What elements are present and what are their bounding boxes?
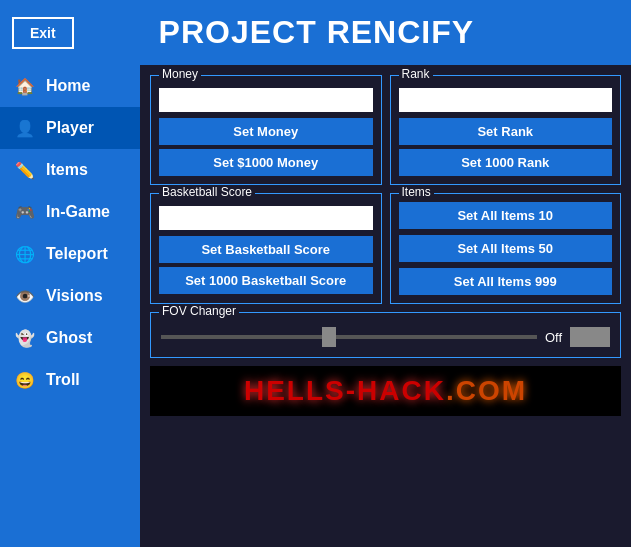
set-1000-rank-button[interactable]: Set 1000 Rank: [399, 149, 613, 176]
sidebar-item-items[interactable]: ✏️ Items: [0, 149, 140, 191]
set-rank-button[interactable]: Set Rank: [399, 118, 613, 145]
sidebar-item-ghost[interactable]: 👻 Ghost: [0, 317, 140, 359]
fov-panel: FOV Changer Off: [150, 312, 621, 358]
rank-panel: Rank Set Rank Set 1000 Rank: [390, 75, 622, 185]
fov-toggle[interactable]: [570, 327, 610, 347]
content-area: Money Set Money Set $1000 Money Rank Set…: [140, 65, 631, 547]
sidebar-label-teleport: Teleport: [46, 245, 108, 263]
home-icon: 🏠: [14, 75, 36, 97]
ghost-icon: 👻: [14, 327, 36, 349]
items-panel: Items Set All Items 10 Set All Items 50 …: [390, 193, 622, 304]
set-all-items-50-button[interactable]: Set All Items 50: [399, 235, 613, 262]
sidebar: 🏠 Home 👤 Player ✏️ Items 🎮 In-Game 🌐 Tel…: [0, 65, 140, 547]
rank-input[interactable]: [399, 88, 613, 112]
bottom-panels-row: Basketball Score Set Basketball Score Se…: [150, 193, 621, 304]
basketball-panel-label: Basketball Score: [159, 185, 255, 199]
sidebar-label-player: Player: [46, 119, 94, 137]
sidebar-label-home: Home: [46, 77, 90, 95]
header: Exit PROJECT RENCIFY: [0, 0, 631, 65]
sidebar-label-ingame: In-Game: [46, 203, 110, 221]
items-icon: ✏️: [14, 159, 36, 181]
set-basketball-button[interactable]: Set Basketball Score: [159, 236, 373, 263]
sidebar-label-ghost: Ghost: [46, 329, 92, 347]
basketball-panel: Basketball Score Set Basketball Score Se…: [150, 193, 382, 304]
money-panel-label: Money: [159, 67, 201, 81]
sidebar-item-ingame[interactable]: 🎮 In-Game: [0, 191, 140, 233]
app-title: PROJECT RENCIFY: [74, 14, 559, 51]
fov-slider[interactable]: [161, 335, 537, 339]
visions-icon: 👁️: [14, 285, 36, 307]
rank-panel-label: Rank: [399, 67, 433, 81]
top-panels-row: Money Set Money Set $1000 Money Rank Set…: [150, 75, 621, 185]
teleport-icon: 🌐: [14, 243, 36, 265]
set-1000-basketball-button[interactable]: Set 1000 Basketball Score: [159, 267, 373, 294]
sidebar-item-home[interactable]: 🏠 Home: [0, 65, 140, 107]
fov-off-label: Off: [545, 330, 562, 345]
set-1000-money-button[interactable]: Set $1000 Money: [159, 149, 373, 176]
sidebar-label-items: Items: [46, 161, 88, 179]
fov-row: Off: [161, 327, 610, 347]
items-panel-label: Items: [399, 185, 434, 199]
fov-panel-label: FOV Changer: [159, 304, 239, 318]
troll-icon: 😄: [14, 369, 36, 391]
sidebar-item-teleport[interactable]: 🌐 Teleport: [0, 233, 140, 275]
brand-text: HELLS-HACK.COM: [244, 375, 527, 407]
sidebar-item-troll[interactable]: 😄 Troll: [0, 359, 140, 401]
set-all-items-999-button[interactable]: Set All Items 999: [399, 268, 613, 295]
sidebar-label-troll: Troll: [46, 371, 80, 389]
main-layout: 🏠 Home 👤 Player ✏️ Items 🎮 In-Game 🌐 Tel…: [0, 65, 631, 547]
set-all-items-10-button[interactable]: Set All Items 10: [399, 202, 613, 229]
ingame-icon: 🎮: [14, 201, 36, 223]
sidebar-label-visions: Visions: [46, 287, 103, 305]
money-panel: Money Set Money Set $1000 Money: [150, 75, 382, 185]
footer-brand: HELLS-HACK.COM: [150, 366, 621, 416]
money-input[interactable]: [159, 88, 373, 112]
basketball-input[interactable]: [159, 206, 373, 230]
exit-button[interactable]: Exit: [12, 17, 74, 49]
sidebar-item-player[interactable]: 👤 Player: [0, 107, 140, 149]
set-money-button[interactable]: Set Money: [159, 118, 373, 145]
sidebar-item-visions[interactable]: 👁️ Visions: [0, 275, 140, 317]
fov-thumb[interactable]: [322, 327, 336, 347]
player-icon: 👤: [14, 117, 36, 139]
